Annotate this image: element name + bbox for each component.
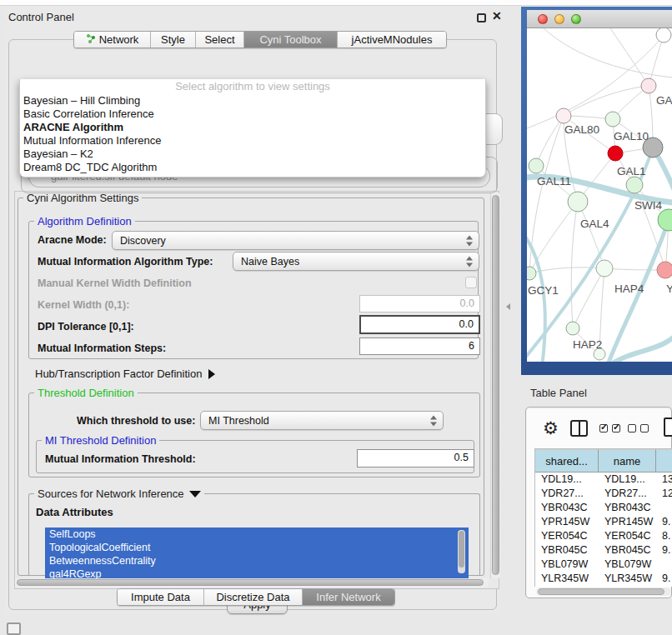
network-node[interactable] xyxy=(656,28,671,42)
network-node[interactable] xyxy=(556,108,571,123)
control-panel-title: Control Panel xyxy=(8,11,74,23)
occluded-combo-fragment xyxy=(486,113,503,145)
gear-icon[interactable]: ⚙ xyxy=(543,419,559,437)
dropdown-item-bayesian-hill-climbing[interactable]: Bayesian – Hill Climbing xyxy=(20,94,485,108)
table-cell: YDR27... xyxy=(599,487,656,501)
table-row[interactable]: YBR043CYBR043C xyxy=(535,501,672,515)
table-body: YDL19...YDL19...13YDR27...YDR27...12YBR0… xyxy=(535,472,672,587)
table-row[interactable]: YBL079WYBL079W xyxy=(535,558,672,572)
network-node[interactable] xyxy=(608,146,623,161)
group-title[interactable]: Sources for Network Inference xyxy=(34,488,204,500)
table-cell: YBL079W xyxy=(599,558,656,572)
network-edges-thin xyxy=(527,28,672,354)
splitter-collapse-icon[interactable] xyxy=(506,303,510,310)
network-icon xyxy=(86,33,96,46)
mi-threshold-field[interactable]: 0.5 xyxy=(357,449,474,468)
table-row[interactable]: YBR045CYBR045C9. xyxy=(535,543,672,558)
tab-label: Network xyxy=(99,33,139,46)
horizontal-scrollbar[interactable] xyxy=(15,578,489,588)
network-node[interactable] xyxy=(529,158,544,173)
attributes-scrollbar[interactable] xyxy=(458,530,465,573)
tab-network[interactable]: Network xyxy=(74,32,151,48)
network-node[interactable] xyxy=(596,260,613,277)
float-window-icon[interactable] xyxy=(477,13,486,22)
tab-discretize-data[interactable]: Discretize Data xyxy=(204,589,303,605)
dropdown-item-bayesian-k2[interactable]: Bayesian – K2 xyxy=(20,148,485,161)
table-cell xyxy=(656,501,672,515)
combo-value: MI Threshold xyxy=(208,415,269,427)
dropdown-item-dream8-dc-tdc-algorithm[interactable]: Dream8 DC_TDC Algorithm xyxy=(20,161,485,174)
table-row[interactable]: YPR145WYPR145W9. xyxy=(535,515,672,529)
column-header-name[interactable]: name xyxy=(599,449,656,472)
top-tab-bar: NetworkStyleSelectCyni ToolboxjActiveMNo… xyxy=(73,31,447,48)
tab-impute-data[interactable]: Impute Data xyxy=(118,589,204,605)
window-titlebar[interactable] xyxy=(527,10,672,28)
aracne-mode-combo[interactable]: Discovery xyxy=(112,231,479,250)
zoom-traffic-light-icon[interactable] xyxy=(571,14,581,24)
attribute-item-gal4rgexp[interactable]: gal4RGexp xyxy=(45,568,469,579)
vertical-scrollbar[interactable] xyxy=(490,193,500,578)
which-threshold-combo[interactable]: MI Threshold xyxy=(200,411,444,430)
tab-infer-network[interactable]: Infer Network xyxy=(303,589,394,605)
attribute-item-betweennesscentrality[interactable]: BetweennessCentrality xyxy=(45,554,469,568)
data-attributes-list[interactable]: SelfLoopsTopologicalCoefficientBetweenne… xyxy=(45,528,469,579)
node-table: shared...nameA YDL19...YDL19...13YDR27..… xyxy=(534,448,672,587)
minimized-panel-icon[interactable] xyxy=(7,622,21,635)
node-label-y: Y xyxy=(666,282,672,295)
table-cell: YBR045C xyxy=(535,543,599,558)
close-icon[interactable]: ✕ xyxy=(492,9,502,22)
collapse-down-icon xyxy=(189,491,201,498)
manual-kernel-checkbox[interactable] xyxy=(465,277,477,288)
select-all-checkbox-icon-2[interactable] xyxy=(612,424,620,432)
tab-cyni-toolbox[interactable]: Cyni Toolbox xyxy=(244,32,338,48)
document-icon[interactable] xyxy=(664,418,672,437)
table-row[interactable]: YDR27...YDR27...12 xyxy=(535,487,672,501)
table-cell: YDL19... xyxy=(535,472,599,487)
dropdown-item-aracne-algorithm[interactable]: ARACNE Algorithm xyxy=(20,121,485,134)
network-node[interactable] xyxy=(605,112,620,127)
attribute-item-selfloops[interactable]: SelfLoops xyxy=(45,528,469,541)
dropdown-placeholder: Select algorithm to view settings xyxy=(20,79,485,94)
tab-style[interactable]: Style xyxy=(151,32,196,48)
table-row[interactable]: YLR345WYLR345W9. xyxy=(535,572,672,586)
network-canvas[interactable]: GALGAL80GAL10GAL1GAL11SWI4GAL4GCY1HAP4YH… xyxy=(527,28,672,362)
select-all-checkbox-icon[interactable] xyxy=(599,424,608,432)
table-row[interactable]: YDL19...YDL19...13 xyxy=(535,472,672,487)
hub-definition-expander[interactable]: Hub/Transcription Factor Definition xyxy=(35,368,215,380)
network-node[interactable] xyxy=(658,209,672,231)
deselect-all-checkbox-icon[interactable] xyxy=(628,424,636,432)
kernel-width-field[interactable]: 0.0 xyxy=(359,295,480,312)
column-layout-icon[interactable] xyxy=(570,420,588,437)
table-horizontal-scrollbar[interactable] xyxy=(536,588,671,596)
tab-jactivemnodules[interactable]: jActiveMNodules xyxy=(338,32,446,48)
dropdown-item-list: Bayesian – Hill ClimbingBasic Correlatio… xyxy=(20,94,485,174)
network-node[interactable] xyxy=(566,322,579,335)
network-node[interactable] xyxy=(641,78,656,93)
mi-steps-field[interactable]: 6 xyxy=(359,338,480,355)
tab-select[interactable]: Select xyxy=(196,32,244,48)
dropdown-item-basic-correlation-inference[interactable]: Basic Correlation Inference xyxy=(20,108,485,121)
network-node[interactable] xyxy=(527,267,536,280)
dropdown-item-mutual-information-inference[interactable]: Mutual Information Inference xyxy=(20,134,485,148)
table-cell: YDR27... xyxy=(535,487,599,501)
mi-type-combo[interactable]: Naive Bayes xyxy=(233,252,479,271)
stepper-arrows-icon xyxy=(430,415,438,426)
table-row[interactable]: YIL052CYIL052C9 xyxy=(535,586,672,587)
tab-label: Infer Network xyxy=(316,591,380,603)
dpi-tolerance-field[interactable]: 0.0 xyxy=(359,315,480,334)
attribute-item-topologicalcoefficient[interactable]: TopologicalCoefficient xyxy=(45,541,469,554)
column-header-a[interactable]: A xyxy=(656,449,672,472)
table-header-row: shared...nameA xyxy=(535,449,672,472)
deselect-all-checkbox-icon-2[interactable] xyxy=(640,424,649,432)
network-node[interactable] xyxy=(568,192,588,212)
close-traffic-light-icon[interactable] xyxy=(538,14,548,24)
minimize-traffic-light-icon[interactable] xyxy=(554,14,564,24)
table-cell: YBR045C xyxy=(599,543,656,558)
table-toolbar: ⚙ xyxy=(526,414,672,446)
column-header-shared[interactable]: shared... xyxy=(535,449,599,472)
group-title: Algorithm Definition xyxy=(34,215,135,228)
network-node[interactable] xyxy=(657,262,672,278)
table-row[interactable]: YER054CYER054C8. xyxy=(535,529,672,543)
table-cell: 8. xyxy=(656,529,672,543)
network-node[interactable] xyxy=(626,177,643,193)
